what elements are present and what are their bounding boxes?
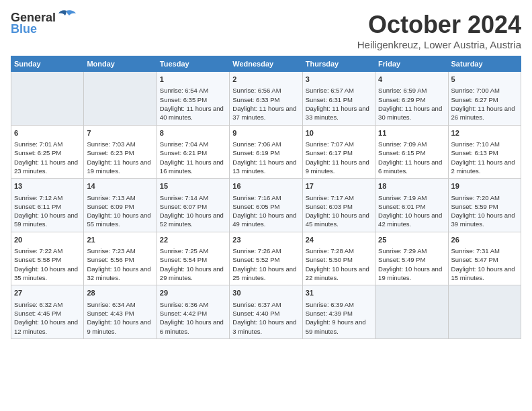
- weekday-header-tuesday: Tuesday: [157, 56, 229, 72]
- calendar-cell: 19Sunrise: 7:20 AMSunset: 5:59 PMDayligh…: [448, 179, 521, 232]
- day-number: 12: [451, 128, 518, 138]
- day-number: 27: [14, 288, 81, 298]
- calendar-cell: 24Sunrise: 7:28 AMSunset: 5:50 PMDayligh…: [302, 232, 375, 285]
- day-info: Sunrise: 7:26 AMSunset: 5:52 PMDaylight:…: [232, 246, 299, 282]
- weekday-header-wednesday: Wednesday: [230, 56, 302, 72]
- day-number: 17: [306, 181, 372, 191]
- location-subtitle: Heiligenkreuz, Lower Austria, Austria: [357, 39, 521, 50]
- calendar-cell: 15Sunrise: 7:14 AMSunset: 6:07 PMDayligh…: [157, 179, 229, 232]
- day-number: 26: [451, 235, 518, 245]
- calendar-cell: 9Sunrise: 7:06 AMSunset: 6:19 PMDaylight…: [230, 125, 302, 179]
- day-number: 9: [232, 128, 299, 138]
- day-info: Sunrise: 6:56 AMSunset: 6:33 PMDaylight:…: [232, 86, 299, 122]
- calendar-cell: [448, 285, 521, 339]
- day-info: Sunrise: 7:00 AMSunset: 6:27 PMDaylight:…: [451, 86, 518, 122]
- day-number: 22: [160, 235, 226, 245]
- day-info: Sunrise: 6:34 AMSunset: 4:43 PMDaylight:…: [87, 300, 153, 336]
- day-info: Sunrise: 7:20 AMSunset: 5:59 PMDaylight:…: [451, 193, 518, 229]
- calendar-cell: 26Sunrise: 7:31 AMSunset: 5:47 PMDayligh…: [448, 232, 521, 285]
- day-info: Sunrise: 7:04 AMSunset: 6:21 PMDaylight:…: [160, 140, 226, 175]
- day-info: Sunrise: 7:31 AMSunset: 5:47 PMDaylight:…: [451, 246, 518, 282]
- day-info: Sunrise: 7:06 AMSunset: 6:19 PMDaylight:…: [232, 140, 299, 175]
- day-number: 2: [232, 75, 299, 85]
- calendar-cell: 17Sunrise: 7:17 AMSunset: 6:03 PMDayligh…: [302, 179, 375, 232]
- day-number: 4: [378, 75, 445, 85]
- day-number: 16: [232, 181, 299, 191]
- day-number: 13: [14, 181, 81, 191]
- day-number: 23: [232, 235, 299, 245]
- day-info: Sunrise: 6:54 AMSunset: 6:35 PMDaylight:…: [160, 86, 226, 122]
- calendar-cell: 18Sunrise: 7:19 AMSunset: 6:01 PMDayligh…: [375, 179, 448, 232]
- day-number: 25: [378, 235, 445, 245]
- day-number: 20: [14, 235, 81, 245]
- calendar-cell: [11, 72, 84, 126]
- day-info: Sunrise: 7:03 AMSunset: 6:23 PMDaylight:…: [87, 140, 153, 175]
- calendar-table: SundayMondayTuesdayWednesdayThursdayFrid…: [11, 56, 521, 339]
- day-number: 8: [160, 128, 226, 138]
- calendar-cell: [375, 285, 448, 339]
- day-number: 3: [306, 75, 372, 85]
- day-info: Sunrise: 7:09 AMSunset: 6:15 PMDaylight:…: [378, 140, 445, 175]
- day-number: 19: [451, 181, 518, 191]
- day-info: Sunrise: 7:12 AMSunset: 6:11 PMDaylight:…: [14, 193, 81, 229]
- day-info: Sunrise: 7:17 AMSunset: 6:03 PMDaylight:…: [306, 193, 372, 229]
- day-number: 7: [87, 128, 153, 138]
- calendar-cell: 4Sunrise: 6:59 AMSunset: 6:29 PMDaylight…: [375, 72, 448, 126]
- calendar-cell: 20Sunrise: 7:22 AMSunset: 5:58 PMDayligh…: [11, 232, 84, 285]
- calendar-cell: 16Sunrise: 7:16 AMSunset: 6:05 PMDayligh…: [230, 179, 302, 232]
- calendar-cell: 28Sunrise: 6:34 AMSunset: 4:43 PMDayligh…: [84, 285, 157, 339]
- day-info: Sunrise: 7:01 AMSunset: 6:25 PMDaylight:…: [14, 140, 81, 175]
- calendar-cell: 7Sunrise: 7:03 AMSunset: 6:23 PMDaylight…: [84, 125, 157, 179]
- calendar-week-2: 13Sunrise: 7:12 AMSunset: 6:11 PMDayligh…: [11, 179, 521, 232]
- day-info: Sunrise: 7:10 AMSunset: 6:13 PMDaylight:…: [451, 140, 518, 175]
- day-number: 29: [160, 288, 226, 298]
- calendar-week-0: 1Sunrise: 6:54 AMSunset: 6:35 PMDaylight…: [11, 72, 521, 126]
- day-info: Sunrise: 7:13 AMSunset: 6:09 PMDaylight:…: [87, 193, 153, 229]
- calendar-cell: 8Sunrise: 7:04 AMSunset: 6:21 PMDaylight…: [157, 125, 229, 179]
- calendar-cell: 3Sunrise: 6:57 AMSunset: 6:31 PMDaylight…: [302, 72, 375, 126]
- calendar-cell: 30Sunrise: 6:37 AMSunset: 4:40 PMDayligh…: [230, 285, 302, 339]
- day-info: Sunrise: 6:57 AMSunset: 6:31 PMDaylight:…: [306, 86, 372, 122]
- calendar-cell: [84, 72, 157, 126]
- day-info: Sunrise: 6:59 AMSunset: 6:29 PMDaylight:…: [378, 86, 445, 122]
- calendar-cell: 25Sunrise: 7:29 AMSunset: 5:49 PMDayligh…: [375, 232, 448, 285]
- day-info: Sunrise: 7:19 AMSunset: 6:01 PMDaylight:…: [378, 193, 445, 229]
- calendar-cell: 11Sunrise: 7:09 AMSunset: 6:15 PMDayligh…: [375, 125, 448, 179]
- calendar-cell: 1Sunrise: 6:54 AMSunset: 6:35 PMDaylight…: [157, 72, 229, 126]
- day-info: Sunrise: 7:29 AMSunset: 5:49 PMDaylight:…: [378, 246, 445, 282]
- day-info: Sunrise: 7:16 AMSunset: 6:05 PMDaylight:…: [232, 193, 299, 229]
- day-number: 31: [306, 288, 372, 298]
- day-number: 28: [87, 288, 153, 298]
- page-header: General Blue October 2024 Heiligenkreuz,…: [11, 11, 521, 50]
- day-number: 10: [306, 128, 372, 138]
- month-title: October 2024: [357, 11, 521, 39]
- calendar-cell: 12Sunrise: 7:10 AMSunset: 6:13 PMDayligh…: [448, 125, 521, 179]
- calendar-cell: 21Sunrise: 7:23 AMSunset: 5:56 PMDayligh…: [84, 232, 157, 285]
- calendar-week-4: 27Sunrise: 6:32 AMSunset: 4:45 PMDayligh…: [11, 285, 521, 339]
- day-number: 1: [160, 75, 226, 85]
- calendar-week-1: 6Sunrise: 7:01 AMSunset: 6:25 PMDaylight…: [11, 125, 521, 179]
- day-number: 11: [378, 128, 445, 138]
- title-block: October 2024 Heiligenkreuz, Lower Austri…: [357, 11, 521, 50]
- day-info: Sunrise: 6:39 AMSunset: 4:39 PMDaylight:…: [306, 300, 372, 336]
- day-number: 30: [232, 288, 299, 298]
- calendar-cell: 14Sunrise: 7:13 AMSunset: 6:09 PMDayligh…: [84, 179, 157, 232]
- weekday-header-monday: Monday: [84, 56, 157, 72]
- calendar-cell: 13Sunrise: 7:12 AMSunset: 6:11 PMDayligh…: [11, 179, 84, 232]
- calendar-cell: 6Sunrise: 7:01 AMSunset: 6:25 PMDaylight…: [11, 125, 84, 179]
- day-info: Sunrise: 7:14 AMSunset: 6:07 PMDaylight:…: [160, 193, 226, 229]
- day-info: Sunrise: 7:25 AMSunset: 5:54 PMDaylight:…: [160, 246, 226, 282]
- day-number: 21: [87, 235, 153, 245]
- day-info: Sunrise: 7:07 AMSunset: 6:17 PMDaylight:…: [306, 140, 372, 175]
- calendar-cell: 2Sunrise: 6:56 AMSunset: 6:33 PMDaylight…: [230, 72, 302, 126]
- day-info: Sunrise: 7:23 AMSunset: 5:56 PMDaylight:…: [87, 246, 153, 282]
- calendar-cell: 27Sunrise: 6:32 AMSunset: 4:45 PMDayligh…: [11, 285, 84, 339]
- day-number: 14: [87, 181, 153, 191]
- day-info: Sunrise: 6:32 AMSunset: 4:45 PMDaylight:…: [14, 300, 81, 336]
- calendar-week-3: 20Sunrise: 7:22 AMSunset: 5:58 PMDayligh…: [11, 232, 521, 285]
- day-number: 5: [451, 75, 518, 85]
- weekday-header-thursday: Thursday: [302, 56, 375, 72]
- day-number: 6: [14, 128, 81, 138]
- calendar-cell: 23Sunrise: 7:26 AMSunset: 5:52 PMDayligh…: [230, 232, 302, 285]
- day-info: Sunrise: 7:28 AMSunset: 5:50 PMDaylight:…: [306, 246, 372, 282]
